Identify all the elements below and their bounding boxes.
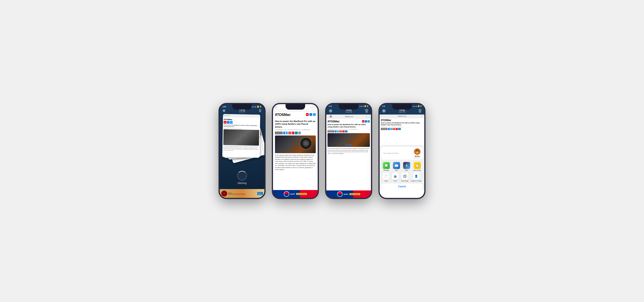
header-date: Today — [239, 108, 245, 111]
settings-icon[interactable]: ⚙️ — [222, 109, 226, 112]
action-assign-contact[interactable]: 👤 Assign to Contact — [411, 173, 422, 182]
comments-btn[interactable]: Comments — [275, 132, 282, 134]
close-tab-icon[interactable]: ✕ — [275, 106, 276, 108]
back-btn[interactable]: ✕ — [328, 116, 329, 117]
pepsi-text: pepsi — [344, 193, 348, 195]
settings-icon[interactable]: ⚙️ — [382, 109, 386, 113]
twitter-icon[interactable]: t — [313, 113, 316, 116]
action-print[interactable]: 🖨️ Print — [392, 173, 399, 182]
social-icons-row: ▶ f t — [224, 121, 259, 124]
share-app-message[interactable]: 💬 Message — [383, 162, 390, 171]
pi-share-btn[interactable]: P — [292, 132, 294, 134]
phone-4-header: ⚙️ Today 2:45 PM 🗑️ — [380, 108, 424, 115]
tw-btn[interactable]: t — [390, 128, 392, 130]
more-icon[interactable]: ⋮ — [368, 116, 370, 117]
settings-icon[interactable]: ⚙️ — [329, 109, 332, 113]
mini-social: Comments f t G+ P in — [381, 128, 423, 130]
facebook-icon[interactable]: f — [310, 113, 312, 116]
tw-share-btn[interactable]: t — [286, 132, 288, 134]
tw-icon[interactable]: t — [368, 120, 370, 123]
phone-3-status: 2:45 ▲▲▲ 📶 🔋 — [326, 104, 371, 108]
phone-1-screen: 2:45 ▲▲▲ 📶 🔋 ⚙️ Today 2:45 PM 🗑️ — [220, 104, 264, 198]
mini-url[interactable]: 9to5mac.com — [383, 116, 421, 117]
tab-title-main: How to power the MacBook Pro with an eGP… — [224, 124, 259, 128]
cancel-button[interactable]: Cancel — [381, 184, 423, 189]
browser-chrome: ✕ 9to5mac.com ⤴ ⋮ — [273, 104, 318, 112]
more-icon[interactable]: ⋮ — [314, 106, 316, 108]
header-center: Today 2:45 PM — [399, 109, 405, 113]
trash-icon[interactable]: 🗑️ — [418, 109, 422, 113]
share-app-slack[interactable]: S Slack — [403, 162, 410, 171]
refresh-icon[interactable]: ↻ — [422, 115, 423, 117]
fb-icon[interactable]: f — [365, 120, 367, 123]
li-btn[interactable]: in — [398, 128, 400, 130]
tab-card-main[interactable]: 9to5mac.com 9TO5Mac ▶ f t How to power t… — [222, 114, 260, 158]
tw-btn[interactable]: t — [337, 130, 339, 132]
tabs-stack: google.com How to power the MacBook Pro … — [222, 114, 262, 169]
li-share-btn[interactable]: in — [295, 132, 298, 134]
airdrop-contact[interactable]: 👨 Michael MacBook Pro — [414, 148, 421, 158]
airdrop-section[interactable]: Tap to share with AirDrop 👨 Michael MacB… — [381, 147, 423, 160]
phone-3-ad: pepsi Only at Walmart — [326, 190, 371, 198]
status-time: 2:46 — [382, 105, 385, 107]
mini-browser-bar: ✕ 9to5mac.com ↻ — [380, 115, 424, 118]
airdrop-tap-label: Tap to share with AirDrop — [383, 153, 412, 154]
gp-btn[interactable]: G+ — [392, 128, 395, 130]
mini-browser-bar: ✕ 9to5mac.com ↻ ⋮ — [326, 115, 371, 119]
pi-btn[interactable]: P — [342, 130, 344, 132]
article-image — [275, 136, 316, 153]
header-time: 2:45 PM — [399, 111, 405, 113]
save-image-label: Save Image — [401, 180, 408, 182]
signal-icon: ▲▲▲ — [251, 106, 256, 108]
yt-icon[interactable]: ▶ — [362, 120, 364, 123]
refresh-icon[interactable]: ↻ — [366, 116, 368, 117]
pepsi-text: pepsi — [290, 193, 295, 195]
article-title: How to power the MacBook Pro with an eGP… — [275, 120, 316, 128]
share-app-mail[interactable]: ✉️ Mail — [393, 162, 400, 171]
comments-btn[interactable]: Comments — [381, 128, 388, 130]
site-name: 9TO5Mac — [275, 113, 291, 117]
action-save-image[interactable]: ⬇️ Save Image — [401, 173, 408, 182]
time-label: 2:45 — [222, 106, 226, 108]
phone-4: 2:46 ▲▲▲ 📶 🔋 ⚙️ Today 2:45 PM 🗑️ ✕ — [378, 103, 426, 199]
avatar-face: 👨 — [414, 148, 420, 155]
header-date: Today — [345, 109, 352, 111]
stitching-label: Stitching — [238, 182, 246, 185]
gp-share-btn[interactable]: G+ — [288, 132, 292, 134]
mini-meta: Jeff Benjamin · Apr. 11th 2017 2:02 pm P… — [381, 127, 423, 128]
share-icon[interactable]: ⤴ — [312, 106, 312, 108]
trash-icon[interactable]: 🗑️ — [365, 109, 369, 113]
trash-icon[interactable]: 🗑️ — [258, 109, 262, 112]
fb-btn[interactable]: f — [334, 130, 336, 132]
mini-url[interactable]: 9to5mac.com — [333, 116, 365, 117]
browser-url-bar[interactable]: 9to5mac.com — [278, 106, 310, 109]
share-app-notes[interactable]: 📋 Add to Notes — [413, 162, 421, 171]
mini-social-icons: ▶ f t — [362, 120, 370, 123]
header-center: Today 2:45 PM — [239, 108, 245, 113]
action-copy[interactable]: 📄 Copy — [382, 173, 390, 182]
li-btn[interactable]: in — [345, 130, 347, 132]
comments-btn[interactable]: Comments — [328, 130, 334, 132]
article-social: Comments f t G+ P in ✉ — [275, 132, 316, 134]
share-apps-row: 💬 Message ✉️ Mail S Slack 📋 — [380, 161, 424, 172]
airdrop-device: MacBook Pro — [414, 157, 421, 158]
fb-share-btn[interactable]: f — [283, 132, 285, 134]
site-header: 9TO5Mac ▶ f t — [273, 112, 318, 118]
article-meta: Jeff Benjamin · Apr. 11th 2017 2:02 pm P… — [275, 129, 316, 130]
youtube-icon[interactable]: ▶ — [306, 113, 309, 116]
share-button[interactable]: Share — [345, 143, 352, 146]
back-btn[interactable]: ✕ — [381, 115, 382, 117]
mail-icon: ✉️ — [393, 162, 400, 169]
pi-btn[interactable]: P — [396, 128, 398, 130]
facebook-icon: f — [227, 121, 230, 124]
assign-contact-icon: 👤 — [413, 173, 420, 180]
em-share-btn[interactable]: ✉ — [298, 132, 301, 134]
phone-2-body: ✕ 9to5mac.com ⤴ ⋮ 9TO5Mac ▶ f t — [272, 103, 319, 199]
mini-title: How to power the MacBook Pro with an eGP… — [381, 122, 423, 126]
phone-1-status-bar: 2:45 ▲▲▲ 📶 🔋 — [220, 104, 264, 108]
phone-3-header: ⚙️ Today 2:45 PM 🗑️ — [326, 108, 371, 115]
fb-btn[interactable]: f — [388, 128, 390, 130]
header-date: Today — [399, 109, 405, 111]
message-label: Message — [384, 170, 389, 171]
gp-btn[interactable]: G+ — [339, 130, 342, 132]
